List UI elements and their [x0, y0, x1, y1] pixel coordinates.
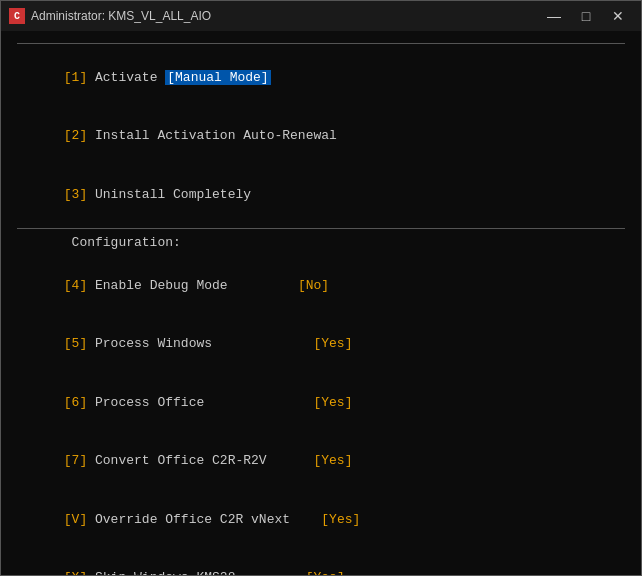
divider-1 — [17, 228, 625, 229]
label-5: Process Windows — [87, 336, 212, 351]
menu-item-7: [7] Convert Office C2R-R2V [Yes] — [17, 432, 625, 491]
value-x: [Yes] — [306, 570, 345, 575]
menu-item-2: [2] Install Activation Auto-Renewal — [17, 107, 625, 166]
value-4: [No] — [298, 278, 329, 293]
label-3: Uninstall Completely — [87, 187, 251, 202]
key-5: [5] — [64, 336, 87, 351]
menu-item-4: [4] Enable Debug Mode [No] — [17, 256, 625, 315]
top-divider — [17, 43, 625, 44]
menu-item-x: [X] Skip Windows KMS38 [Yes] — [17, 549, 625, 576]
window: C Administrator: KMS_VL_ALL_AIO — □ ✕ [1… — [0, 0, 642, 576]
title-bar: C Administrator: KMS_VL_ALL_AIO — □ ✕ — [1, 1, 641, 31]
section-config: Configuration: — [17, 233, 625, 253]
label-7: Convert Office C2R-R2V — [87, 453, 266, 468]
key-7: [7] — [64, 453, 87, 468]
key-x: [X] — [64, 570, 87, 575]
label-2: Install Activation Auto-Renewal — [87, 128, 337, 143]
label-v: Override Office C2R vNext — [87, 512, 290, 527]
key-2: [2] — [64, 128, 87, 143]
highlight-1: [Manual Mode] — [165, 70, 270, 85]
label-1: Activate — [87, 70, 165, 85]
app-icon: C — [9, 8, 25, 24]
minimize-button[interactable]: — — [539, 5, 569, 27]
key-4: [4] — [64, 278, 87, 293]
window-title: Administrator: KMS_VL_ALL_AIO — [31, 9, 211, 23]
menu-item-3: [3] Uninstall Completely — [17, 165, 625, 224]
close-button[interactable]: ✕ — [603, 5, 633, 27]
value-5: [Yes] — [313, 336, 352, 351]
value-6: [Yes] — [313, 395, 352, 410]
menu-item-6: [6] Process Office [Yes] — [17, 373, 625, 432]
title-bar-left: C Administrator: KMS_VL_ALL_AIO — [9, 8, 211, 24]
maximize-button[interactable]: □ — [571, 5, 601, 27]
key-v: [V] — [64, 512, 87, 527]
menu-item-1: [1] Activate [Manual Mode] — [17, 48, 625, 107]
label-x: Skip Windows KMS38 — [87, 570, 235, 575]
menu-item-v: [V] Override Office C2R vNext [Yes] — [17, 490, 625, 549]
label-6: Process Office — [87, 395, 204, 410]
key-1: [1] — [64, 70, 87, 85]
menu-item-5: [5] Process Windows [Yes] — [17, 315, 625, 374]
value-7: [Yes] — [313, 453, 352, 468]
window-controls: — □ ✕ — [539, 5, 633, 27]
key-6: [6] — [64, 395, 87, 410]
terminal-content: [1] Activate [Manual Mode] [2] Install A… — [1, 31, 641, 575]
label-4: Enable Debug Mode — [87, 278, 227, 293]
key-3: [3] — [64, 187, 87, 202]
value-v: [Yes] — [321, 512, 360, 527]
